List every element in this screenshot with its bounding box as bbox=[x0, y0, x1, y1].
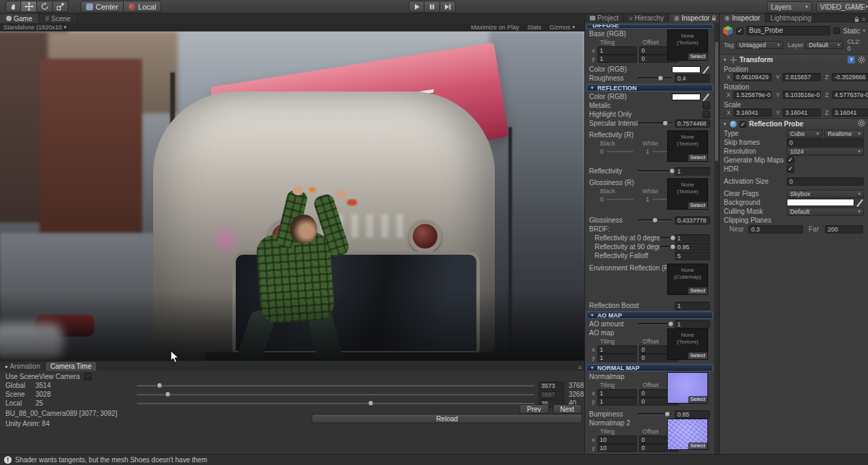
game-viewport[interactable]: PARADE bbox=[0, 31, 584, 361]
aspect-dropdown[interactable]: Standalone (1920x10 ▾ bbox=[0, 24, 66, 31]
type-dropdown[interactable]: Cube ▾ bbox=[787, 130, 822, 138]
near-field[interactable]: 0.3 bbox=[748, 225, 803, 234]
tag-dropdown[interactable]: Untagged ▾ bbox=[736, 41, 783, 49]
tiling-y-field[interactable]: 1 bbox=[597, 397, 637, 406]
color-swatch[interactable] bbox=[672, 94, 701, 100]
tab-camera-time[interactable]: Camera Time bbox=[46, 362, 97, 371]
falloff-field[interactable]: 5 bbox=[675, 252, 710, 260]
tiling-x-field[interactable]: 1 bbox=[597, 46, 637, 55]
select-button[interactable]: Select bbox=[688, 352, 707, 359]
glossiness-field[interactable]: 0.4337778 bbox=[675, 216, 710, 225]
layout-dropdown[interactable]: VIDEO_GAME ▾ bbox=[816, 1, 864, 12]
section-ao-map[interactable]: ▼ AO MAP bbox=[586, 311, 713, 319]
tiling-y-field[interactable]: 1 bbox=[597, 55, 637, 63]
select-button[interactable]: Select bbox=[688, 442, 707, 449]
reflectivity-texture-slot[interactable]: None (Texture) Select bbox=[667, 130, 708, 162]
refl0-slider[interactable] bbox=[660, 237, 672, 239]
tab-animation[interactable]: ● Animation bbox=[0, 362, 46, 371]
status-bar[interactable]: ! Shader wants tangents, but the mesh Sh… bbox=[0, 454, 868, 465]
tab-inspector-material[interactable]: i Inspector bbox=[669, 14, 719, 23]
tab-project[interactable]: Project bbox=[585, 14, 624, 23]
lock-icon[interactable] bbox=[854, 16, 859, 23]
transform-header[interactable]: ▼ Transform ? bbox=[720, 55, 868, 65]
bumpiness-field[interactable]: 0.85 bbox=[675, 410, 710, 419]
gameobject-name-field[interactable]: Bus_Probe bbox=[746, 26, 830, 36]
scene-field[interactable]: 3887 bbox=[539, 391, 565, 399]
eyedropper-icon[interactable] bbox=[702, 66, 710, 74]
glossiness-slider[interactable] bbox=[638, 219, 672, 221]
highlight-only-checkbox[interactable] bbox=[703, 111, 710, 118]
env-cubemap-slot[interactable]: None (Cubemap) Select bbox=[667, 264, 708, 295]
tab-game[interactable]: Game bbox=[0, 14, 39, 23]
black-slider[interactable] bbox=[606, 151, 634, 152]
gear-icon[interactable] bbox=[858, 119, 865, 127]
prev-button[interactable]: Prev bbox=[519, 404, 549, 414]
base-texture-slot[interactable]: None (Texture) Select bbox=[667, 29, 708, 61]
bumpiness-slider[interactable] bbox=[638, 413, 672, 415]
tab-scene[interactable]: # Scene bbox=[39, 14, 77, 23]
roughness-slider[interactable] bbox=[638, 77, 672, 79]
color-swatch[interactable] bbox=[672, 66, 701, 73]
skip-frames-field[interactable]: 0 bbox=[787, 139, 864, 147]
clear-flags-dropdown[interactable]: Skybox ▾ bbox=[787, 190, 864, 198]
rotation-y-field[interactable]: 6.103516e-0 bbox=[783, 91, 821, 99]
global-field[interactable]: 3573 bbox=[539, 382, 565, 390]
position-x-field[interactable]: 0.06109429 bbox=[733, 73, 772, 81]
lock-icon[interactable] bbox=[711, 15, 716, 21]
resolution-dropdown[interactable]: 1024 ▾ bbox=[787, 147, 864, 156]
refresh-mode-dropdown[interactable]: Realtime ▾ bbox=[824, 130, 864, 138]
metalic-checkbox[interactable] bbox=[703, 102, 710, 109]
select-button[interactable]: Select bbox=[688, 396, 707, 403]
next-button[interactable]: Next bbox=[553, 404, 582, 414]
tiling-y-field[interactable]: 1 bbox=[597, 354, 637, 362]
select-button[interactable]: Select bbox=[688, 154, 707, 161]
reflection-boost-field[interactable]: 1 bbox=[675, 302, 710, 310]
normalmap-texture-slot[interactable]: Select bbox=[667, 372, 708, 404]
black-slider[interactable] bbox=[606, 199, 634, 200]
pivot-center-button[interactable]: Center bbox=[81, 1, 124, 12]
select-button[interactable]: Select bbox=[688, 202, 707, 209]
hdr-checkbox[interactable]: ✓ bbox=[787, 165, 794, 173]
refl90-field[interactable]: 0.95 bbox=[675, 243, 710, 251]
move-tool-icon[interactable] bbox=[21, 1, 37, 12]
ao-amount-field[interactable]: 1 bbox=[675, 320, 710, 328]
background-color-swatch[interactable] bbox=[787, 199, 854, 206]
scene-slider[interactable] bbox=[137, 394, 534, 395]
global-slider[interactable] bbox=[137, 385, 534, 386]
scrollbar[interactable] bbox=[714, 23, 719, 454]
use-sceneview-checkbox[interactable] bbox=[84, 373, 92, 380]
select-button[interactable]: Select bbox=[688, 287, 707, 294]
ao-texture-slot[interactable]: None (Texture) Select bbox=[667, 328, 708, 360]
gear-icon[interactable] bbox=[858, 56, 865, 64]
material-scroll-area[interactable]: DIFFUSE None (Texture) Select Base (RGB)… bbox=[585, 23, 719, 454]
rotation-z-field[interactable]: 4.577637e-0 bbox=[832, 91, 868, 99]
eyedropper-icon[interactable] bbox=[702, 93, 710, 101]
roughness-field[interactable]: 0.4 bbox=[675, 74, 710, 83]
rotate-tool-icon[interactable] bbox=[37, 1, 53, 12]
gizmos-dropdown[interactable]: Gizmos ▾ bbox=[550, 24, 575, 31]
layer-dropdown[interactable]: Default ▾ bbox=[805, 41, 843, 49]
help-icon[interactable]: ? bbox=[847, 56, 855, 64]
probe-enabled-checkbox[interactable]: ✓ bbox=[740, 121, 746, 128]
reflectivity-field[interactable]: 1 bbox=[675, 167, 710, 175]
scale-x-field[interactable]: 3.16041 bbox=[733, 109, 772, 117]
pivot-local-button[interactable]: Local bbox=[124, 1, 161, 12]
layers-dropdown[interactable]: Layers ▾ bbox=[767, 1, 812, 12]
specular-field[interactable]: 0.7574468 bbox=[675, 119, 710, 128]
refl0-field[interactable]: 1 bbox=[675, 234, 710, 242]
culling-mask-dropdown[interactable]: Default ▾ bbox=[787, 208, 864, 216]
local-slider[interactable] bbox=[137, 403, 534, 404]
scale-z-field[interactable]: 3.16041 bbox=[832, 109, 868, 117]
pane-menu-icon[interactable]: ≡ bbox=[578, 364, 582, 371]
reflection-probe-header[interactable]: ▼ ✓ Reflection Probe bbox=[720, 119, 868, 129]
pane-menu-icon[interactable]: ≡ bbox=[862, 16, 865, 23]
ao-amount-slider[interactable] bbox=[638, 323, 672, 325]
static-checkbox[interactable] bbox=[833, 27, 840, 34]
tiling-x-field[interactable]: 1 bbox=[597, 346, 637, 354]
tab-lightmapping[interactable]: Lightmapping bbox=[765, 14, 816, 23]
position-z-field[interactable]: -0.3529866 bbox=[832, 73, 868, 81]
far-field[interactable]: 200 bbox=[825, 225, 863, 234]
refl90-slider[interactable] bbox=[660, 246, 672, 248]
static-dropdown-icon[interactable]: ▾ bbox=[863, 28, 865, 33]
mipmaps-checkbox[interactable]: ✓ bbox=[787, 156, 794, 164]
